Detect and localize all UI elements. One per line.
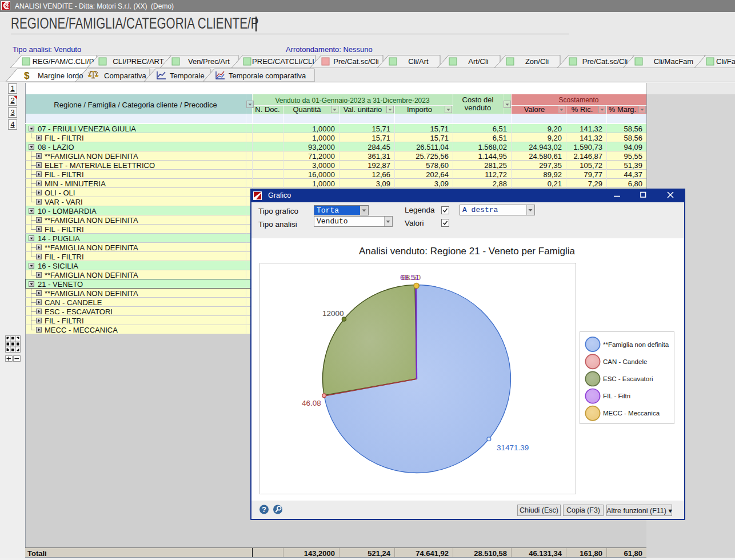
svg-text:Cli/Art: Cli/Art — [408, 57, 429, 66]
svg-text:Cli/MacFam: Cli/MacFam — [654, 57, 693, 66]
svg-text:Zon/Cli: Zon/Cli — [525, 57, 549, 66]
svg-text:12000: 12000 — [322, 309, 344, 318]
svg-text:Pre/Cat.sc/Cli: Pre/Cat.sc/Cli — [582, 57, 628, 66]
svg-text:CAN - Candele: CAN - Candele — [603, 358, 647, 365]
svg-text:46.08: 46.08 — [302, 399, 321, 407]
svg-text:$: $ — [24, 70, 30, 81]
svg-text:?: ? — [262, 505, 266, 514]
svg-text:FIL - Filtri: FIL - Filtri — [603, 393, 630, 399]
svg-text:**Famiglia non definita: **Famiglia non definita — [603, 341, 669, 348]
svg-text:Margine lordo: Margine lordo — [38, 71, 83, 80]
svg-text:CLI/PREC/ART: CLI/PREC/ART — [113, 57, 163, 66]
svg-text:31471.39: 31471.39 — [497, 443, 529, 452]
svg-text:68.51: 68.51 — [400, 273, 420, 282]
svg-text:MECC - Meccanica: MECC - Meccanica — [603, 410, 660, 417]
svg-text:REG/FAM/C.CLI/P: REG/FAM/C.CLI/P — [33, 57, 94, 66]
svg-text:PREC/CATCLI/CLI: PREC/CATCLI/CLI — [252, 57, 314, 66]
svg-text:Pre/Cat.sc/Cli: Pre/Cat.sc/Cli — [333, 57, 379, 66]
svg-text:ESC - Escavatori: ESC - Escavatori — [603, 375, 653, 382]
svg-text:Comparativa: Comparativa — [104, 71, 146, 80]
svg-text:Cli/Fam: Cli/Fam — [716, 57, 735, 66]
svg-text:Temporale: Temporale — [170, 71, 205, 80]
svg-text:Ven/Prec/Art: Ven/Prec/Art — [188, 57, 230, 66]
svg-text:Temporale comparativa: Temporale comparativa — [229, 71, 306, 80]
svg-text:Art/Cli: Art/Cli — [468, 57, 489, 66]
